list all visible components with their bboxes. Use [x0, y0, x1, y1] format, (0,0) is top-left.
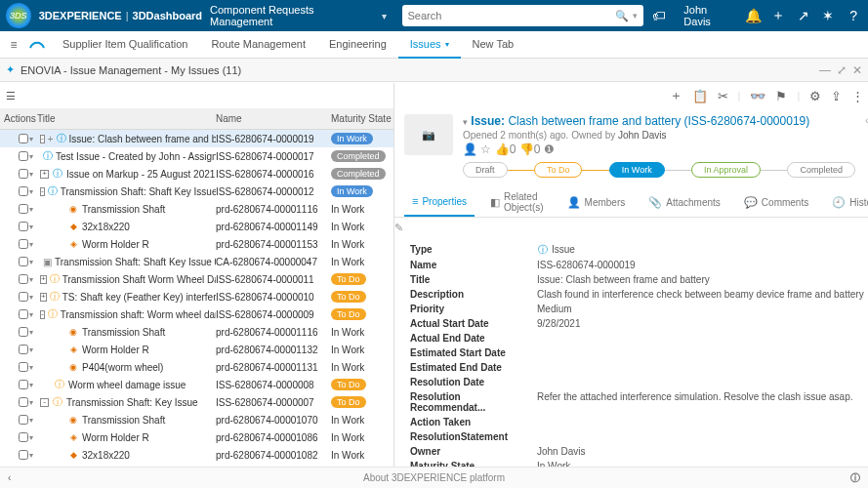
table-row[interactable]: ▾◆32x18x220prd-6280674-00001082In Work: [0, 446, 393, 464]
row-checkbox[interactable]: [19, 380, 28, 389]
detail-tab-attachments[interactable]: 📎Attachments: [641, 187, 728, 217]
compass-icon[interactable]: ✦: [6, 63, 15, 76]
share-icon[interactable]: ↗: [795, 8, 812, 23]
breadcrumb[interactable]: Component Requests Management ▾: [210, 4, 386, 27]
binoculars-icon[interactable]: 👓: [750, 89, 765, 103]
edit-icon[interactable]: ✎: [394, 222, 868, 234]
row-checkbox[interactable]: [19, 151, 28, 161]
table-row[interactable]: ▾ⓘTest Issue - Created by John - Assigne…: [0, 147, 393, 165]
tab-engineering[interactable]: Engineering: [317, 30, 398, 58]
expand-toggle[interactable]: -: [40, 310, 45, 319]
help-icon[interactable]: ?: [845, 8, 862, 23]
stage-completed[interactable]: Completed: [787, 162, 855, 178]
row-checkbox[interactable]: [19, 292, 28, 302]
row-title: Transmission Shaft Worm Wheel Damage Iss…: [62, 274, 216, 285]
row-checkbox[interactable]: [19, 274, 28, 284]
row-checkbox[interactable]: [19, 257, 28, 266]
filter-icon[interactable]: ☰: [6, 90, 16, 102]
detail-tab-members[interactable]: 👤Members: [559, 187, 634, 217]
search-scope-dropdown[interactable]: ▾: [633, 11, 638, 20]
table-row[interactable]: ▾-ⓘTransmission Shaft: Key IssueISS-6280…: [0, 393, 393, 411]
gear-icon[interactable]: ⚙: [809, 89, 821, 103]
maximize-icon[interactable]: ⤢: [837, 63, 847, 77]
table-row[interactable]: ▾◈Worm Holder Rprd-6280674-00001086In Wo…: [0, 428, 393, 446]
table-row[interactable]: ▾◉Transmission Shaftprd-6280674-00001116…: [0, 323, 393, 341]
col-state[interactable]: Maturity State: [331, 113, 393, 124]
row-checkbox[interactable]: [19, 450, 28, 460]
minimize-icon[interactable]: —: [819, 63, 831, 77]
expand-toggle[interactable]: -: [40, 187, 45, 196]
create-icon[interactable]: ＋: [670, 87, 682, 104]
expand-toggle[interactable]: +: [40, 170, 49, 179]
stage-inwork[interactable]: In Work: [609, 162, 665, 178]
row-checkbox[interactable]: [19, 362, 28, 372]
expand-toggle[interactable]: +: [40, 293, 47, 302]
state-badge: To Do: [331, 273, 366, 286]
tag-icon[interactable]: 🏷: [651, 8, 669, 23]
menu-toggle-icon[interactable]: ≡: [4, 38, 23, 52]
detail-tab-related-object-s-[interactable]: ◧Related Object(s): [482, 187, 552, 217]
table-row[interactable]: ▾◉Transmission Shaftprd-6280674-00001116…: [0, 200, 393, 218]
row-checkbox[interactable]: [19, 239, 28, 249]
add-icon[interactable]: ＋: [769, 7, 787, 24]
export-icon[interactable]: ⇪: [831, 89, 842, 103]
cut-icon[interactable]: ✂: [718, 89, 728, 103]
user-name[interactable]: John Davis: [683, 4, 736, 27]
help-footer-icon[interactable]: ⓘ: [850, 471, 860, 485]
table-row[interactable]: ▾▣Transmission Shaft: Shaft Key Issue 02…: [0, 253, 393, 270]
apps-icon[interactable]: ✶: [819, 8, 837, 23]
search-box[interactable]: 🔍 ▾: [402, 5, 643, 26]
col-title[interactable]: Title: [35, 113, 216, 124]
table-row[interactable]: ▾◆32x18x220prd-6280674-00001149In Work: [0, 218, 393, 235]
table-row[interactable]: ▾ⓘWorm wheel damage issueISS-6280674-000…: [0, 376, 393, 393]
row-checkbox[interactable]: [19, 397, 28, 407]
expand-toggle[interactable]: +: [40, 275, 47, 284]
tab-route-management[interactable]: Route Management: [199, 30, 317, 58]
row-checkbox[interactable]: [19, 327, 28, 337]
row-checkbox[interactable]: [19, 415, 28, 425]
search-input[interactable]: [408, 10, 615, 21]
table-row[interactable]: ▾+ⓘTS: Shaft key (Feather Key) interfere…: [0, 288, 393, 305]
more-icon[interactable]: ⋮: [851, 89, 864, 103]
table-row[interactable]: ▾-+ⓘIssue: Clash between frame and batte…: [0, 130, 393, 147]
row-checkbox[interactable]: [19, 309, 28, 319]
clipboard-icon[interactable]: 📋: [692, 89, 708, 103]
expand-toggle[interactable]: -: [40, 398, 49, 407]
table-row[interactable]: ▾-ⓘTransmission Shaft: Shaft Key Issue 0…: [0, 183, 393, 200]
table-row[interactable]: ▾◈Worm Holder Rprd-6280674-00001153In Wo…: [0, 235, 393, 253]
tab-issues[interactable]: Issues▾: [398, 31, 461, 59]
row-checkbox[interactable]: [19, 134, 28, 143]
col-name[interactable]: Name: [216, 113, 331, 124]
stage-todo[interactable]: To Do: [534, 162, 583, 178]
table-row[interactable]: ▾-ⓘTransmission shaft: Worm wheel damage…: [0, 305, 393, 323]
row-checkbox[interactable]: [19, 222, 28, 231]
detail-tab-history[interactable]: 🕘History: [824, 187, 868, 217]
search-icon[interactable]: 🔍: [615, 10, 629, 22]
row-checkbox[interactable]: [19, 345, 28, 354]
back-icon[interactable]: ‹: [8, 472, 11, 483]
stage-draft[interactable]: Draft: [463, 162, 508, 178]
brand-logo[interactable]: 3DS: [6, 3, 31, 28]
row-checkbox[interactable]: [19, 186, 28, 196]
notification-icon[interactable]: 🔔: [744, 8, 762, 23]
part-icon: ◉: [67, 326, 79, 338]
detail-tab-comments[interactable]: 💬Comments: [736, 187, 816, 217]
table-row[interactable]: ▾◉Transmission Shaftprd-6280674-00001070…: [0, 411, 393, 428]
footer-text[interactable]: About 3DEXPERIENCE platform: [363, 472, 505, 483]
dassault-icon[interactable]: [23, 36, 51, 54]
stage-approval[interactable]: In Approval: [691, 162, 761, 178]
table-row[interactable]: ▾+ⓘIssue on Markup - 25 August 2021ISS-6…: [0, 165, 393, 183]
close-icon[interactable]: ✕: [852, 63, 862, 77]
table-row[interactable]: ▾◈Worm Holder Rprd-6280674-00001132In Wo…: [0, 341, 393, 358]
detail-tab-properties[interactable]: ≡Properties: [404, 187, 475, 217]
flag-icon[interactable]: ⚑: [775, 89, 787, 103]
table-row[interactable]: ▾◉P404(worm wheel)prd-6280674-00001131In…: [0, 358, 393, 376]
row-checkbox[interactable]: [19, 432, 28, 442]
tab-new-tab[interactable]: New Tab: [461, 30, 526, 58]
expand-toggle[interactable]: -: [40, 135, 45, 143]
col-actions[interactable]: Actions: [0, 113, 35, 124]
row-checkbox[interactable]: [19, 169, 28, 179]
row-checkbox[interactable]: [19, 204, 28, 214]
table-row[interactable]: ▾+ⓘTransmission Shaft Worm Wheel Damage …: [0, 270, 393, 288]
tab-supplier-item-qualification[interactable]: Supplier Item Qualification: [51, 30, 199, 58]
